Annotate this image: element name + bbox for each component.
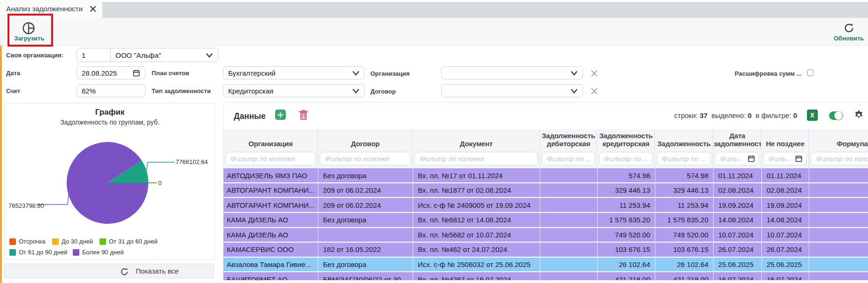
- svg-text:76523798.80: 76523798.80: [8, 202, 44, 209]
- svg-text:7766102.64: 7766102.64: [176, 158, 208, 165]
- svg-text:0: 0: [158, 180, 161, 187]
